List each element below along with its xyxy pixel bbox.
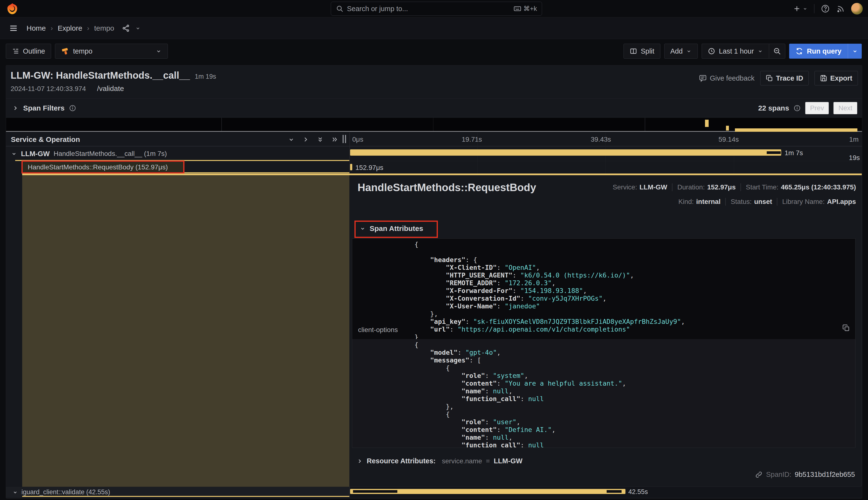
span-bar-notch xyxy=(607,490,622,493)
breadcrumb-datasource: tempo xyxy=(94,24,114,32)
expand-all-icon[interactable] xyxy=(331,136,338,143)
breadcrumb: Home › Explore › tempo xyxy=(26,24,141,33)
give-feedback-label: Give feedback xyxy=(710,74,754,82)
minimap-span-mark xyxy=(726,126,729,130)
search-shortcut: ⌘+k xyxy=(513,4,537,13)
zoom-out-time-button[interactable] xyxy=(769,44,785,59)
run-query-button[interactable]: Run query xyxy=(789,44,848,59)
trace-title: LLM-GW: HandleStartMethods.__call__ xyxy=(11,70,190,81)
run-query-options-button[interactable] xyxy=(848,44,862,59)
span-meta-line-1: Service:LLM-GW Duration:152.97μs Start T… xyxy=(613,183,856,191)
expand-one-icon[interactable] xyxy=(302,136,309,143)
add-button[interactable]: Add xyxy=(664,44,698,59)
new-menu-button[interactable] xyxy=(793,4,808,13)
outline-icon xyxy=(12,47,20,55)
selected-span-column-highlight xyxy=(22,175,349,487)
split-icon xyxy=(630,47,637,55)
attribute-value-json: { "headers": { "X-Client-ID": "OpenAI", … xyxy=(414,241,685,341)
span-pager: 22 spans Prev Next xyxy=(758,99,857,117)
copy-icon xyxy=(766,75,773,82)
span-id-row: SpanID: 9b5131bd1f2eb655 xyxy=(755,470,855,478)
span-operation-name: HandleStartMethods.__call__ (1m 7s) xyxy=(54,150,167,158)
span-bar-root[interactable] xyxy=(350,149,781,156)
span-filters-toggle[interactable]: Span Filters xyxy=(12,99,76,117)
chevron-down-icon[interactable] xyxy=(12,489,18,495)
link-icon[interactable] xyxy=(755,471,763,478)
chevron-down-icon xyxy=(802,6,808,11)
time-tick: 39.43s xyxy=(591,136,611,143)
split-button[interactable]: Split xyxy=(623,44,660,59)
global-search[interactable]: ⌘+k xyxy=(331,2,542,16)
datasource-label: tempo xyxy=(73,47,93,55)
meta-library-value: API.apps xyxy=(827,198,856,206)
share-alt-icon xyxy=(121,24,130,33)
trace-minimap[interactable] xyxy=(6,118,862,132)
chevron-down-icon[interactable] xyxy=(11,150,17,157)
annotation-box-span-attributes xyxy=(354,220,438,238)
resource-attributes-toggle[interactable]: Resource Attributes: service.name = LLM-… xyxy=(356,457,523,465)
chevron-down-icon xyxy=(686,48,692,54)
span-id-value: 9b5131bd1f2eb655 xyxy=(795,470,855,478)
column-resize-handle[interactable] xyxy=(343,135,346,143)
span-bar-selected[interactable] xyxy=(350,164,352,170)
breadcrumb-separator: › xyxy=(87,24,89,32)
outline-button[interactable]: Outline xyxy=(6,44,51,59)
attribute-row[interactable]: { "model": "gpt-4o", "messages": [ { "ro… xyxy=(352,339,855,448)
resource-attributes-title: Resource Attributes: xyxy=(367,457,436,465)
collapse-all-icon[interactable] xyxy=(317,136,324,143)
attribute-key: client-options xyxy=(358,326,398,334)
chevron-right-icon xyxy=(356,458,363,464)
span-operation-name: iguard_client::validate (42.55s) xyxy=(22,488,110,496)
breadcrumb-home[interactable]: Home xyxy=(26,24,46,32)
breadcrumb-bar: Home › Explore › tempo xyxy=(0,18,868,39)
outline-label: Outline xyxy=(23,47,45,55)
tempo-logo-icon xyxy=(61,47,70,56)
trace-start-time: 2024-11-07 12:40:33.974 xyxy=(11,85,86,93)
trace-header: LLM-GW: HandleStartMethods.__call__ 1m 1… xyxy=(11,70,216,81)
trace-actions: Give feedback Trace ID Export xyxy=(699,71,858,86)
attribute-row[interactable]: { "headers": { "X-Client-ID": "OpenAI", … xyxy=(352,239,855,339)
collapse-one-icon[interactable] xyxy=(288,136,295,143)
give-feedback-link[interactable]: Give feedback xyxy=(699,74,754,82)
time-tick: 59.14s xyxy=(718,136,739,143)
help-icon xyxy=(821,4,830,13)
time-range-button[interactable]: Last 1 hour xyxy=(702,44,769,59)
run-query-label: Run query xyxy=(807,47,842,55)
clock-icon xyxy=(708,47,715,55)
meta-start-value: 465.25μs (12:40:33.975) xyxy=(781,183,856,191)
trace-id-button[interactable]: Trace ID xyxy=(760,71,809,86)
span-filters-bar: Span Filters 22 spans Prev Next xyxy=(6,99,862,117)
trace-duration: 1m 19s xyxy=(195,73,216,80)
trace-id-label: Trace ID xyxy=(776,74,803,82)
hamburger-icon xyxy=(9,23,18,33)
rss-icon xyxy=(836,4,845,13)
search-input[interactable] xyxy=(347,5,510,13)
resource-attr-value: LLM-GW xyxy=(494,457,523,465)
selected-span-accent-line xyxy=(22,173,862,175)
minimap-gridline xyxy=(433,118,434,131)
share-shortlink-button[interactable] xyxy=(121,24,130,33)
breadcrumb-explore[interactable]: Explore xyxy=(58,24,82,32)
time-picker-group: Last 1 hour xyxy=(702,44,785,59)
help-button[interactable] xyxy=(821,4,830,13)
plus-icon xyxy=(793,4,801,13)
news-button[interactable] xyxy=(836,4,845,13)
time-tick: 1m xyxy=(849,136,859,143)
avatar[interactable] xyxy=(851,3,863,14)
span-attributes-table: { "headers": { "X-Client-ID": "OpenAI", … xyxy=(352,238,855,448)
export-button[interactable]: Export xyxy=(814,71,858,86)
chevron-down-icon[interactable] xyxy=(135,25,141,31)
menu-toggle-button[interactable] xyxy=(9,23,18,33)
next-span-button[interactable]: Next xyxy=(833,102,857,114)
grafana-logo-icon[interactable] xyxy=(6,3,18,15)
keyboard-icon xyxy=(513,4,521,13)
export-label: Export xyxy=(830,74,852,82)
nav-right-cluster xyxy=(793,0,863,18)
resource-attr-key: service.name xyxy=(442,457,482,465)
span-bar-duration-label: 42.55s xyxy=(628,488,648,496)
trace-endpoint: /validate xyxy=(97,84,124,93)
prev-span-button[interactable]: Prev xyxy=(805,102,829,114)
datasource-picker[interactable]: tempo xyxy=(55,44,168,59)
run-query-split-button: Run query xyxy=(789,44,862,59)
copy-value-button[interactable] xyxy=(842,324,850,332)
